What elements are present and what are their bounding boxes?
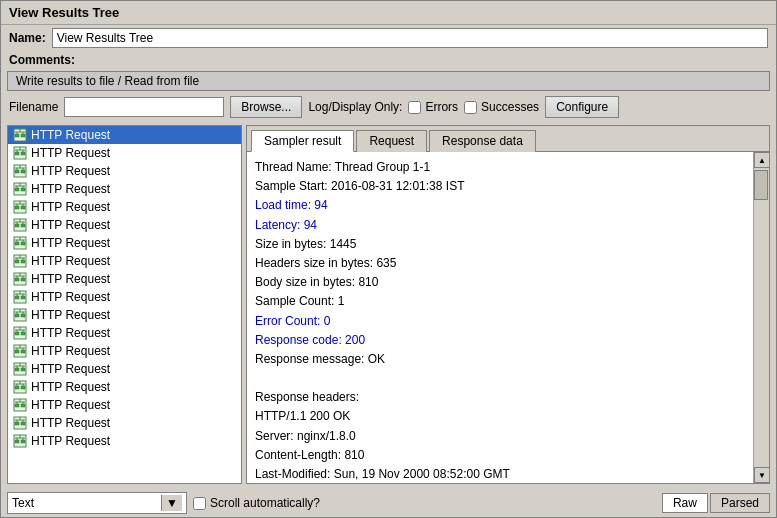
tree-item-label: HTTP Request [31, 200, 110, 214]
tree-item[interactable]: HTTP Request [8, 432, 241, 450]
left-panel: HTTP Request HTTP Request HTTP Request H… [7, 125, 242, 484]
svg-rect-87 [21, 350, 25, 353]
scroll-thumb[interactable] [754, 170, 768, 200]
tabs-bar: Sampler result Request Response data [247, 126, 769, 152]
tree-item[interactable]: HTTP Request [8, 144, 241, 162]
file-row: Filename Browse... Log/Display Only: Err… [1, 93, 776, 121]
name-label: Name: [9, 31, 46, 45]
svg-rect-31 [21, 206, 25, 209]
scroll-auto-label: Scroll automatically? [210, 496, 320, 510]
comments-row: Comments: [1, 51, 776, 69]
http-request-icon [12, 307, 28, 323]
successes-checkbox[interactable] [464, 101, 477, 114]
http-request-icon [12, 379, 28, 395]
tree-item[interactable]: HTTP Request [8, 378, 241, 396]
tab-response-data[interactable]: Response data [429, 130, 536, 152]
tree-item-label: HTTP Request [31, 380, 110, 394]
svg-rect-94 [21, 368, 25, 371]
filename-label: Filename [9, 100, 58, 114]
svg-rect-45 [21, 242, 25, 245]
title-bar: View Results Tree [1, 1, 776, 25]
svg-rect-86 [15, 350, 19, 353]
content-area: Thread Name: Thread Group 1-1 Sample Sta… [247, 152, 769, 483]
svg-rect-58 [15, 278, 19, 281]
http-request-icon [12, 181, 28, 197]
tree-item-label: HTTP Request [31, 344, 110, 358]
format-tab-raw[interactable]: Raw [662, 493, 708, 513]
tree-item[interactable]: HTTP Request [8, 306, 241, 324]
tree-item[interactable]: HTTP Request [8, 252, 241, 270]
tree-item[interactable]: HTTP Request [8, 162, 241, 180]
name-input[interactable] [52, 28, 768, 48]
errors-checkbox[interactable] [408, 101, 421, 114]
tree-item[interactable]: HTTP Request [8, 288, 241, 306]
svg-rect-38 [21, 224, 25, 227]
tree-item[interactable]: HTTP Request [8, 270, 241, 288]
svg-rect-30 [15, 206, 19, 209]
scroll-up-button[interactable]: ▲ [754, 152, 769, 168]
tree-item[interactable]: HTTP Request [8, 198, 241, 216]
svg-rect-93 [15, 368, 19, 371]
svg-rect-79 [15, 332, 19, 335]
tree-item-label: HTTP Request [31, 218, 110, 232]
svg-rect-3 [21, 134, 25, 137]
configure-button[interactable]: Configure [545, 96, 619, 118]
tree-item[interactable]: HTTP Request [8, 180, 241, 198]
result-text: Thread Name: Thread Group 1-1 Sample Sta… [247, 152, 753, 483]
file-section-header: Write results to file / Read from file [7, 71, 770, 91]
http-request-icon [12, 217, 28, 233]
tree-item[interactable]: HTTP Request [8, 342, 241, 360]
svg-rect-72 [15, 314, 19, 317]
tree-item-label: HTTP Request [31, 182, 110, 196]
tree-item-label: HTTP Request [31, 236, 110, 250]
svg-rect-107 [15, 404, 19, 407]
svg-rect-101 [21, 386, 25, 389]
tree-item[interactable]: HTTP Request [8, 126, 241, 144]
http-request-icon [12, 235, 28, 251]
svg-rect-66 [21, 296, 25, 299]
tab-sampler-result[interactable]: Sampler result [251, 130, 354, 152]
svg-rect-51 [15, 260, 19, 263]
svg-rect-122 [21, 440, 25, 443]
tree-item[interactable]: HTTP Request [8, 414, 241, 432]
scroll-track [754, 168, 769, 467]
svg-rect-2 [15, 134, 19, 137]
http-request-icon [12, 433, 28, 449]
tree-item-label: HTTP Request [31, 272, 110, 286]
http-request-icon [12, 343, 28, 359]
browse-button[interactable]: Browse... [230, 96, 302, 118]
tree-item[interactable]: HTTP Request [8, 234, 241, 252]
main-window: View Results Tree Name: Comments: Write … [0, 0, 777, 518]
http-request-icon [12, 289, 28, 305]
svg-rect-115 [21, 422, 25, 425]
format-tabs: Raw Parsed [662, 493, 770, 513]
tree-item[interactable]: HTTP Request [8, 324, 241, 342]
tree-item[interactable]: HTTP Request [8, 360, 241, 378]
svg-rect-9 [15, 152, 19, 155]
svg-rect-52 [21, 260, 25, 263]
filename-input[interactable] [64, 97, 224, 117]
tree-item-label: HTTP Request [31, 308, 110, 322]
dropdown-value: Text [12, 496, 34, 510]
errors-checkbox-group: Errors [408, 100, 458, 114]
scroll-auto-checkbox[interactable] [193, 497, 206, 510]
tree-item-label: HTTP Request [31, 254, 110, 268]
dropdown-arrow: ▼ [161, 495, 182, 511]
tab-request[interactable]: Request [356, 130, 427, 152]
format-dropdown[interactable]: Text ▼ [7, 492, 187, 514]
svg-rect-121 [15, 440, 19, 443]
http-request-icon [12, 397, 28, 413]
tree-item[interactable]: HTTP Request [8, 216, 241, 234]
svg-rect-114 [15, 422, 19, 425]
http-request-icon [12, 253, 28, 269]
vertical-scrollbar[interactable]: ▲ ▼ [753, 152, 769, 483]
log-display-label: Log/Display Only: [308, 100, 402, 114]
svg-rect-37 [15, 224, 19, 227]
errors-label: Errors [425, 100, 458, 114]
svg-rect-65 [15, 296, 19, 299]
main-content: HTTP Request HTTP Request HTTP Request H… [7, 125, 770, 484]
format-tab-parsed[interactable]: Parsed [710, 493, 770, 513]
http-request-icon [12, 199, 28, 215]
tree-item[interactable]: HTTP Request [8, 396, 241, 414]
scroll-down-button[interactable]: ▼ [754, 467, 769, 483]
